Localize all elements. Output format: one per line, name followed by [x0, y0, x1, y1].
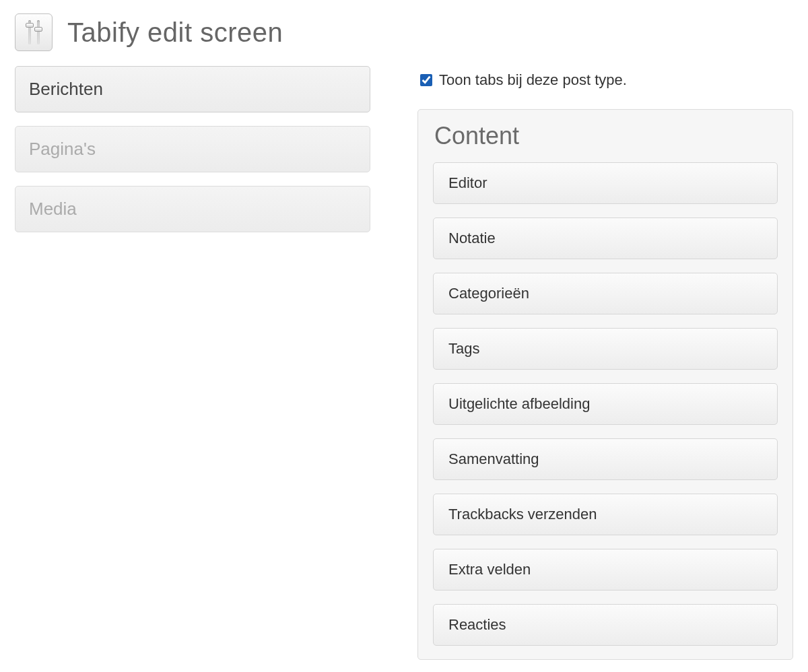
content-panel: Content Editor Notatie Categorieën Tags …	[417, 109, 793, 660]
page-header: Tabify edit screen	[15, 13, 793, 51]
content-item-categorieen[interactable]: Categorieën	[433, 273, 778, 314]
content-item-uitgelichte-afbeelding[interactable]: Uitgelichte afbeelding	[433, 383, 778, 425]
post-type-item-media[interactable]: Media	[15, 186, 370, 232]
content-item-trackbacks[interactable]: Trackbacks verzenden	[433, 494, 778, 535]
content-panel-title: Content	[434, 122, 778, 150]
show-tabs-label: Toon tabs bij deze post type.	[439, 71, 627, 89]
content-item-editor[interactable]: Editor	[433, 162, 778, 204]
post-type-list: Berichten Pagina's Media	[15, 66, 370, 660]
content-item-tags[interactable]: Tags	[433, 328, 778, 370]
content-item-notatie[interactable]: Notatie	[433, 217, 778, 259]
content-item-reacties[interactable]: Reacties	[433, 604, 778, 646]
show-tabs-checkbox[interactable]	[420, 74, 432, 86]
page-title: Tabify edit screen	[67, 18, 283, 48]
content-item-samenvatting[interactable]: Samenvatting	[433, 438, 778, 480]
post-type-item-berichten[interactable]: Berichten	[15, 66, 370, 112]
post-type-item-paginas[interactable]: Pagina's	[15, 126, 370, 172]
show-tabs-checkbox-row: Toon tabs bij deze post type.	[420, 71, 793, 89]
content-item-extra-velden[interactable]: Extra velden	[433, 549, 778, 591]
settings-sliders-icon	[15, 13, 53, 51]
